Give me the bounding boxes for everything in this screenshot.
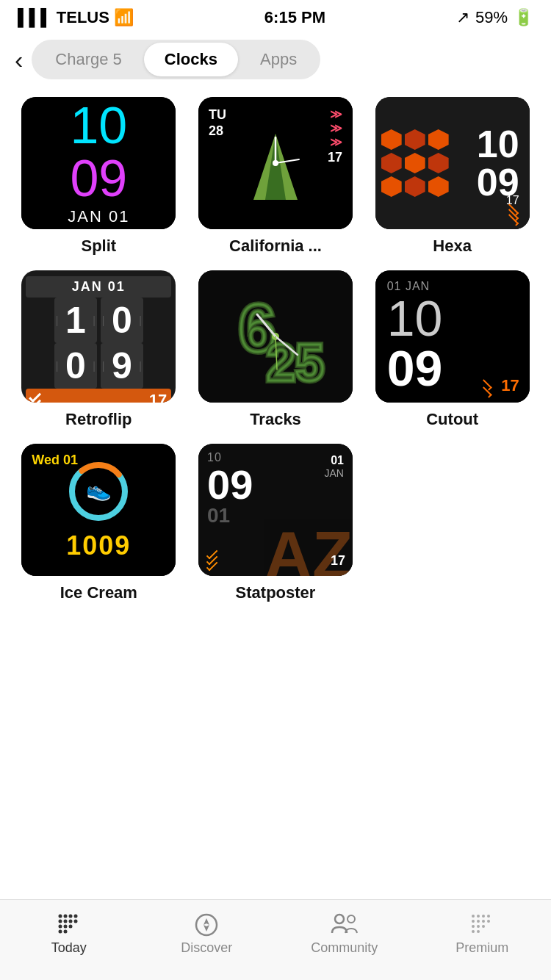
clock-thumb-california: TU28 ≫ ≫ ≫ 17 <box>198 97 353 229</box>
community-label: Community <box>311 940 378 956</box>
svg-point-41 <box>472 920 475 923</box>
svg-point-42 <box>477 920 480 923</box>
location-icon: ↗ <box>456 8 469 27</box>
svg-point-46 <box>477 925 480 928</box>
clock-label-tracks: Tracks <box>250 410 301 429</box>
svg-point-31 <box>63 930 67 934</box>
signal-icon: ▌▌▌ <box>18 8 52 27</box>
svg-point-29 <box>68 925 72 929</box>
face-hexa: 10 09 17 <box>375 97 530 229</box>
community-icon <box>331 912 359 937</box>
svg-point-28 <box>63 925 67 929</box>
clock-grid: 10 09 JAN 01 Split TU28 ≫ ≫ ≫ 17 <box>0 90 551 617</box>
clock-label-retroflip: Retroflip <box>65 410 132 429</box>
clock-thumb-split: 10 09 JAN 01 <box>21 97 176 229</box>
tab-group: Charge 5 Clocks Apps <box>32 40 320 79</box>
svg-point-35 <box>335 915 344 923</box>
face-california: TU28 ≫ ≫ ≫ 17 <box>198 97 353 229</box>
svg-point-24 <box>63 920 67 923</box>
svg-point-48 <box>472 930 475 933</box>
clock-item-cutout[interactable]: 01 JAN 10 09 17 Cutout <box>371 270 533 429</box>
face-retroflip: JAN 01 | 1 | | 0 | | 0 <box>21 270 176 403</box>
tab-bar-discover[interactable]: Discover <box>138 912 276 956</box>
premium-icon <box>469 912 494 937</box>
svg-point-32 <box>196 915 217 935</box>
clock-item-split[interactable]: 10 09 JAN 01 Split <box>18 97 180 256</box>
progress-ring: 👟 <box>65 458 132 525</box>
svg-point-20 <box>63 915 67 918</box>
clock-item-hexa[interactable]: 10 09 17 Hexa <box>371 97 533 256</box>
clock-label-statposter: Statposter <box>236 583 316 602</box>
carrier-label: TELUS <box>57 8 109 27</box>
svg-point-30 <box>58 930 62 934</box>
tab-bar-community[interactable]: Community <box>276 912 414 956</box>
svg-point-36 <box>347 915 355 923</box>
clock-item-tracks[interactable]: 6 6 6 25 25 25 Tracks <box>195 270 357 429</box>
svg-point-25 <box>68 920 72 923</box>
tracks-svg: 6 6 6 25 25 25 <box>224 285 327 388</box>
svg-point-22 <box>73 915 77 918</box>
wifi-icon: 📶 <box>114 8 134 27</box>
svg-point-27 <box>58 925 62 929</box>
nav-header: ‹ Charge 5 Clocks Apps <box>0 32 551 90</box>
svg-marker-34 <box>204 925 209 932</box>
status-right: ↗ 59% 🔋 <box>456 8 533 27</box>
clock-label-icecream: Ice Cream <box>60 583 137 602</box>
svg-point-49 <box>477 930 480 933</box>
svg-point-44 <box>487 920 490 923</box>
clock-hands-svg <box>231 119 320 207</box>
clock-label-hexa: Hexa <box>433 237 472 256</box>
svg-point-19 <box>58 915 62 918</box>
clock-item-retroflip[interactable]: JAN 01 | 1 | | 0 | | 0 <box>18 270 180 429</box>
status-time: 6:15 PM <box>264 8 325 27</box>
clock-item-california[interactable]: TU28 ≫ ≫ ≫ 17 <box>195 97 357 256</box>
clock-label-cutout: Cutout <box>426 410 478 429</box>
svg-point-23 <box>58 920 62 923</box>
today-label: Today <box>51 940 87 956</box>
clock-thumb-hexa: 10 09 17 <box>375 97 530 229</box>
face-split: 10 09 JAN 01 <box>21 97 176 229</box>
svg-point-43 <box>482 920 485 923</box>
face-statposter: 10 09 01 01 JAN AZ 17 <box>198 444 353 576</box>
tab-bar-today[interactable]: Today <box>0 912 138 956</box>
clock-thumb-statposter: 10 09 01 01 JAN AZ 17 <box>198 444 353 576</box>
status-left: ▌▌▌ TELUS 📶 <box>18 8 134 27</box>
premium-label: Premium <box>455 940 508 956</box>
svg-point-39 <box>482 915 485 918</box>
clock-thumb-retroflip: JAN 01 | 1 | | 0 | | 0 <box>21 270 176 403</box>
svg-point-45 <box>472 925 475 928</box>
svg-point-40 <box>487 915 490 918</box>
clock-thumb-icecream: Wed 01 👟 1009 <box>21 444 176 576</box>
discover-icon <box>194 912 219 937</box>
clock-label-california: California ... <box>229 237 322 256</box>
svg-marker-33 <box>204 918 209 925</box>
tab-charge5[interactable]: Charge 5 <box>35 43 143 76</box>
battery-percentage: 59% <box>475 8 508 27</box>
svg-point-38 <box>477 915 480 918</box>
svg-point-37 <box>472 915 475 918</box>
status-bar: ▌▌▌ TELUS 📶 6:15 PM ↗ 59% 🔋 <box>0 0 551 32</box>
clock-label-split: Split <box>81 237 116 256</box>
svg-point-26 <box>73 920 77 923</box>
clock-thumb-tracks: 6 6 6 25 25 25 <box>198 270 353 403</box>
tab-bar-premium[interactable]: Premium <box>414 912 552 956</box>
face-cutout: 01 JAN 10 09 17 <box>375 270 530 403</box>
svg-text:👟: 👟 <box>86 478 112 502</box>
svg-point-21 <box>68 915 72 918</box>
today-icon <box>57 912 82 937</box>
tab-clocks[interactable]: Clocks <box>144 43 238 76</box>
tab-bar: Today Discover Community <box>0 899 551 980</box>
face-icecream: Wed 01 👟 1009 <box>21 444 176 576</box>
tab-apps[interactable]: Apps <box>240 43 317 76</box>
battery-icon: 🔋 <box>514 8 533 27</box>
clock-item-statposter[interactable]: 10 09 01 01 JAN AZ 17 S <box>195 444 357 602</box>
svg-point-47 <box>482 925 485 928</box>
discover-label: Discover <box>181 940 232 956</box>
clock-item-icecream[interactable]: Wed 01 👟 1009 Ice Cream <box>18 444 180 602</box>
back-button[interactable]: ‹ <box>15 46 23 74</box>
face-tracks: 6 6 6 25 25 25 <box>198 270 353 403</box>
clock-thumb-cutout: 01 JAN 10 09 17 <box>375 270 530 403</box>
